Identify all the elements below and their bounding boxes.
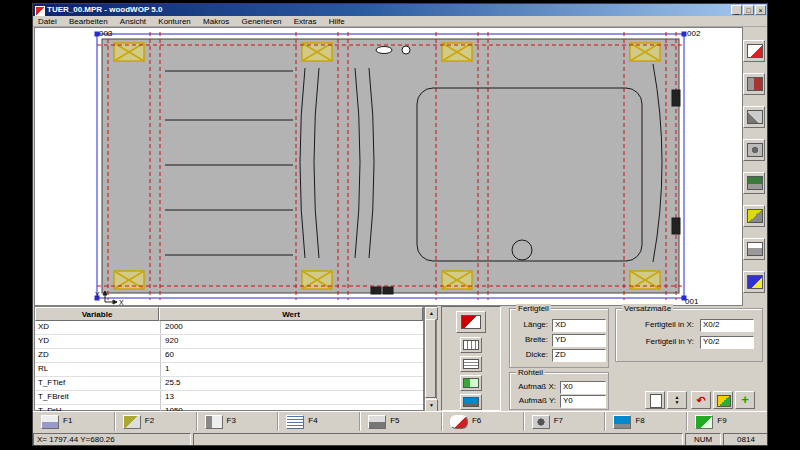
corner-label-001: 001: [685, 297, 699, 306]
menu-item-ansicht[interactable]: Ansicht: [115, 16, 151, 27]
menu-item-bearbeiten[interactable]: Bearbeiten: [64, 16, 113, 27]
edge-mark: [383, 287, 393, 294]
table-row[interactable]: T_FBreit13: [35, 391, 423, 405]
f4-icon: [286, 415, 304, 429]
grid-view-button[interactable]: [460, 337, 482, 353]
monitor-icon: [463, 397, 479, 407]
add-button[interactable]: +: [735, 391, 755, 409]
macro-tool-panel: [441, 306, 501, 411]
layers-icon: [717, 395, 731, 407]
layers-button[interactable]: [713, 391, 733, 409]
versatz-y-label: Fertigteil in Y:: [618, 336, 694, 347]
status-bar: X= 1797.44 Y=680.26 NUM 0814: [33, 432, 768, 446]
num-lock-indicator: NUM: [685, 433, 721, 446]
fertigteil-title: Fertigteil: [516, 304, 551, 313]
save-button[interactable]: [743, 271, 765, 293]
f5-button[interactable]: F5: [360, 412, 442, 431]
dicke-field[interactable]: ZD: [552, 349, 606, 362]
drill-tool-button[interactable]: [743, 73, 765, 95]
print-button[interactable]: [743, 238, 765, 260]
breite-field[interactable]: YD: [552, 334, 606, 347]
f5-icon: [368, 415, 386, 429]
menu-item-datei[interactable]: Datei: [33, 16, 62, 27]
new-program-icon: [747, 44, 763, 58]
table-row[interactable]: YD920: [35, 335, 423, 349]
f2-button[interactable]: F2: [115, 412, 197, 431]
new-program-button[interactable]: [743, 40, 765, 62]
undo-button[interactable]: ↶: [691, 391, 711, 409]
f9-button[interactable]: F9: [687, 412, 768, 431]
aufmass-y-field[interactable]: Y0: [560, 395, 606, 408]
f6-button[interactable]: F6: [442, 412, 524, 431]
versatzmasse-group: Versatzmaße Fertigteil in X: X0/2 Fertig…: [615, 308, 763, 362]
scrollbar-thumb[interactable]: [425, 319, 436, 398]
edge-mark: [672, 218, 680, 234]
curve-view-button[interactable]: [460, 375, 482, 391]
corner-label-003: 003: [99, 29, 113, 38]
table-scrollbar[interactable]: ▲ ▼: [424, 306, 437, 411]
f3-button[interactable]: F3: [197, 412, 279, 431]
bore-contour: [402, 46, 410, 54]
menu-item-generieren[interactable]: Generieren: [237, 16, 287, 27]
grid-icon: [463, 340, 479, 350]
versatz-y-field[interactable]: Y0/2: [700, 336, 754, 349]
f3-icon: [205, 415, 223, 429]
menu-item-hilfe[interactable]: Hilfe: [324, 16, 350, 27]
desktop: TUER_00.MPR - woodWOP 5.0 _ □ × Datei Be…: [0, 0, 800, 450]
menu-item-extras[interactable]: Extras: [289, 16, 322, 27]
page-button[interactable]: [645, 391, 665, 409]
spin-button[interactable]: ▲▼: [667, 391, 687, 409]
dicke-label: Dicke:: [512, 349, 548, 360]
maximize-button[interactable]: □: [743, 5, 754, 15]
rohteil-title: Rohteil: [516, 368, 545, 377]
title-bar[interactable]: TUER_00.MPR - woodWOP 5.0 _ □ ×: [33, 4, 767, 16]
gear-icon: [747, 143, 763, 157]
milling-tool-button[interactable]: [743, 106, 765, 128]
drawing-canvas[interactable]: 003 002 001 Y X: [34, 27, 743, 306]
machine-button[interactable]: [743, 172, 765, 194]
spin-down-icon: ▼: [675, 399, 680, 405]
window-title: TUER_00.MPR - woodWOP 5.0: [47, 4, 162, 16]
versatz-x-label: Fertigteil in X:: [618, 319, 694, 330]
measure-button[interactable]: [743, 205, 765, 227]
edge-mark: [672, 90, 680, 106]
f1-button[interactable]: F1: [33, 412, 115, 431]
axis-label-x: X: [119, 299, 124, 306]
table-row[interactable]: RL1: [35, 363, 423, 377]
versatzmasse-title: Versatzmaße: [622, 304, 673, 313]
f8-icon: [613, 415, 631, 429]
col-header-variable[interactable]: Variable: [35, 307, 159, 321]
laenge-field[interactable]: XD: [552, 319, 606, 332]
variables-table[interactable]: Variable Wert XD2000 YD920 ZD60 RL1 T_FT…: [34, 306, 424, 411]
status-code: 0814: [723, 433, 768, 446]
table-row[interactable]: ZD60: [35, 349, 423, 363]
menu-item-makros[interactable]: Makros: [198, 16, 234, 27]
f8-button[interactable]: F8: [605, 412, 687, 431]
table-row[interactable]: XD2000: [35, 321, 423, 335]
f6-icon: [450, 415, 468, 429]
list-view-button[interactable]: [460, 356, 482, 372]
f7-button[interactable]: F7: [524, 412, 606, 431]
settings-button[interactable]: [743, 139, 765, 161]
machine-icon: [747, 176, 763, 190]
menu-item-konturen[interactable]: Konturen: [153, 16, 195, 27]
monitor-view-button[interactable]: [460, 394, 482, 410]
table-row[interactable]: T_FTief25.5: [35, 377, 423, 391]
woodwop-app-icon: [35, 6, 45, 16]
close-button[interactable]: ×: [755, 5, 766, 15]
app-window: TUER_00.MPR - woodWOP 5.0 _ □ × Datei Be…: [32, 3, 768, 446]
minimize-button[interactable]: _: [731, 5, 742, 15]
col-header-wert[interactable]: Wert: [159, 307, 423, 321]
edge-mark: [371, 287, 381, 294]
aufmass-x-field[interactable]: X0: [560, 381, 606, 394]
component-button[interactable]: [456, 311, 486, 333]
f4-button[interactable]: F4: [278, 412, 360, 431]
status-message-area: [193, 433, 683, 446]
function-key-bar: F1 F2 F3 F4 F5 F6 F7 F8 F9: [33, 411, 768, 431]
save-icon: [747, 275, 763, 289]
slot-contour: [376, 47, 392, 54]
list-icon: [463, 359, 479, 369]
coordinate-readout: X= 1797.44 Y=680.26: [33, 433, 191, 446]
versatz-x-field[interactable]: X0/2: [700, 319, 754, 332]
drill-icon: [747, 77, 763, 91]
